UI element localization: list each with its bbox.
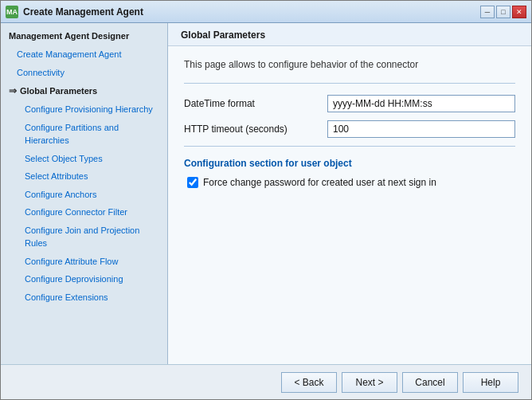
sidebar-item-global-parameters[interactable]: Global Parameters xyxy=(1,81,167,100)
title-bar: MA Create Management Agent ─ □ ✕ xyxy=(1,1,531,23)
force-change-password-row: Force change password for created user a… xyxy=(187,177,515,188)
sidebar-item-attributes[interactable]: Select Attributes xyxy=(1,167,167,186)
separator-1 xyxy=(184,83,515,84)
sidebar-item-connector-filter[interactable]: Configure Connector Filter xyxy=(1,203,167,222)
app-icon: MA xyxy=(6,6,18,18)
force-change-password-checkbox[interactable] xyxy=(187,177,198,188)
maximize-button[interactable]: □ xyxy=(496,6,510,18)
section-title: Configuration section for user object xyxy=(184,158,515,169)
sidebar-item-deprovisioning[interactable]: Configure Deprovisioning xyxy=(1,270,167,288)
next-button[interactable]: Next > xyxy=(342,372,397,393)
sidebar-header: Management Agent Designer xyxy=(1,28,167,45)
http-timeout-row: HTTP timeout (seconds) xyxy=(184,120,515,138)
cancel-button[interactable]: Cancel xyxy=(402,372,458,393)
title-bar-text: Create Management Agent xyxy=(23,6,143,18)
sidebar-item-anchors[interactable]: Configure Anchors xyxy=(1,186,167,204)
sidebar-item-join-projection[interactable]: Configure Join and Projection Rules xyxy=(1,222,167,253)
sidebar: Management Agent Designer // Build sideb… xyxy=(1,23,168,364)
content-area: Management Agent Designer // Build sideb… xyxy=(1,23,531,364)
main-content: This page allows to configure behavior o… xyxy=(168,46,531,364)
separator-2 xyxy=(184,146,515,147)
footer: < Back Next > Cancel Help xyxy=(1,364,531,399)
sidebar-item-create[interactable]: Create Management Agent xyxy=(1,45,167,64)
sidebar-item-connectivity[interactable]: Connectivity xyxy=(1,64,167,82)
datetime-format-label: DateTime format xyxy=(184,98,327,109)
description-text: This page allows to configure behavior o… xyxy=(184,59,515,70)
force-change-password-label: Force change password for created user a… xyxy=(203,177,436,188)
title-bar-left: MA Create Management Agent xyxy=(6,6,143,18)
sidebar-item-attribute-flow[interactable]: Configure Attribute Flow xyxy=(1,253,167,271)
sidebar-item-object-types[interactable]: Select Object Types xyxy=(1,150,167,168)
main-window: MA Create Management Agent ─ □ ✕ Managem… xyxy=(0,0,532,400)
http-timeout-label: HTTP timeout (seconds) xyxy=(184,124,327,135)
datetime-format-input[interactable] xyxy=(327,95,515,112)
minimize-button[interactable]: ─ xyxy=(480,6,495,18)
sidebar-item-provisioning[interactable]: Configure Provisioning Hierarchy xyxy=(1,100,167,119)
title-bar-buttons: ─ □ ✕ xyxy=(480,6,526,18)
help-button[interactable]: Help xyxy=(463,372,518,393)
sidebar-item-partitions[interactable]: Configure Partitions and Hierarchies xyxy=(1,119,167,150)
sidebar-item-extensions[interactable]: Configure Extensions xyxy=(1,288,167,307)
datetime-format-row: DateTime format xyxy=(184,95,515,112)
http-timeout-input[interactable] xyxy=(327,120,515,138)
main-header-title: Global Parameters xyxy=(181,29,518,41)
back-button[interactable]: < Back xyxy=(281,372,337,393)
main-header: Global Parameters xyxy=(168,23,531,46)
close-button[interactable]: ✕ xyxy=(512,6,526,18)
main-panel: Global Parameters This page allows to co… xyxy=(168,23,531,364)
